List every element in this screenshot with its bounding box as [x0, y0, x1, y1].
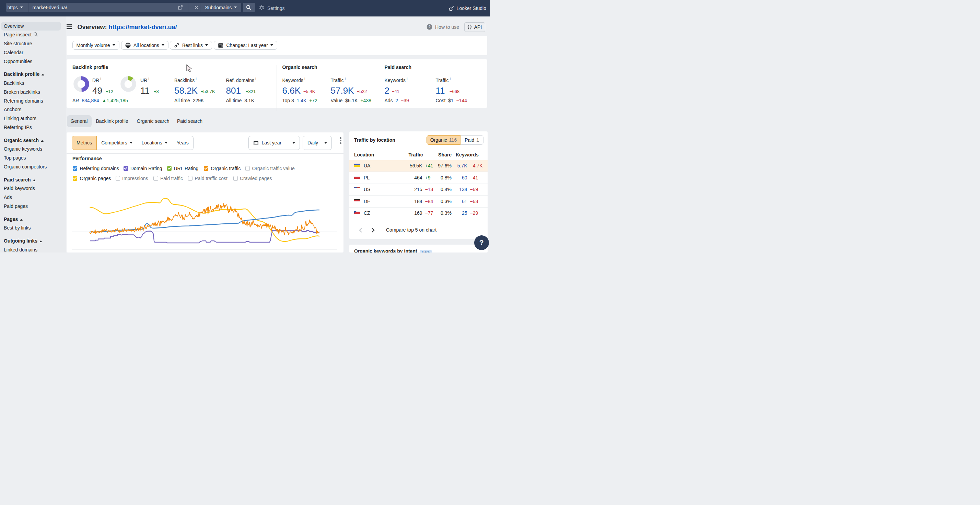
svg-text:?: ? [428, 25, 431, 29]
